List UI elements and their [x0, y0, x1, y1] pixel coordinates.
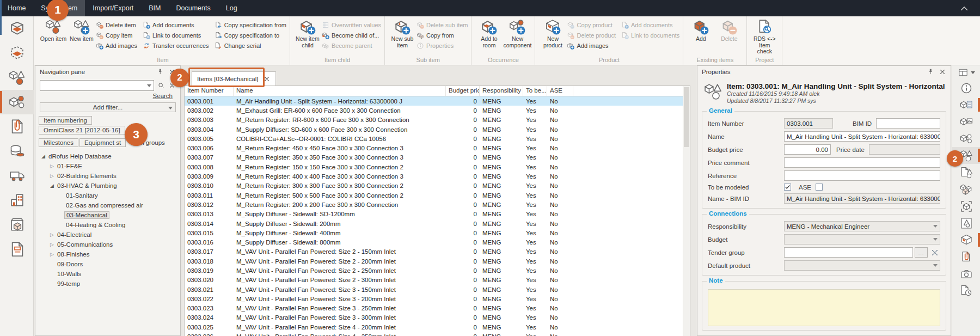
tree-node[interactable]: 03-Mechanical	[35, 210, 180, 220]
ribbon-small-button[interactable]: Copy product	[567, 20, 616, 30]
table-row[interactable]: 0303.022 M_VAV Unit - Parallel Fan Power…	[185, 294, 690, 303]
search-icon[interactable]	[157, 82, 165, 89]
to-be-modeled-checkbox[interactable]	[784, 184, 791, 191]
ribbon-small-button[interactable]: Copy from	[416, 30, 468, 40]
tree-node[interactable]: 04-Heating & Cooling	[35, 220, 180, 230]
panel-layout-button[interactable]	[952, 65, 980, 80]
tree-node[interactable]: 02-Gas and compressed air	[35, 200, 180, 210]
tree-expander-icon[interactable]	[48, 173, 56, 179]
column-header[interactable]: Item Number	[185, 86, 234, 96]
table-row[interactable]: 0303.018 M_VAV Unit - Parallel Fan Power…	[185, 256, 690, 266]
filter-tab[interactable]: Equipmnet st	[79, 138, 126, 147]
sidebar-module-button[interactable]	[0, 41, 34, 65]
menu-item[interactable]: Log	[218, 0, 245, 16]
name-bim-id-field[interactable]: M_Air Handling Unit - Split System - Hor…	[784, 193, 940, 204]
table-row[interactable]: 0303.001 M_Air Handling Unit - Split Sys…	[185, 96, 690, 106]
tree-node[interactable]: 08-Finishes	[35, 249, 180, 259]
table-row[interactable]: 0303.009 M_Return Register: 400 x 400 Fa…	[185, 172, 690, 181]
table-row[interactable]: 0303.019 M_VAV Unit - Parallel Fan Power…	[185, 266, 690, 275]
table-row[interactable]: 0303.023 M_VAV Unit - Parallel Fan Power…	[185, 304, 690, 313]
table-row[interactable]: 0303.008 M_Return Register: 150 x 150 Fa…	[185, 162, 690, 172]
table-row[interactable]: 0303.026 M_VAV Unit - Parallel Fan Power…	[185, 332, 690, 336]
search-link[interactable]: Search	[35, 93, 173, 99]
filter-tab[interactable]: Item numbering	[39, 116, 92, 125]
ribbon-big-button[interactable]: New item child	[293, 17, 322, 50]
menu-item[interactable]: Documents	[169, 0, 218, 16]
filter-tab[interactable]: OmniClass 21 [2012-05-16]	[39, 126, 125, 135]
tree-expander-icon[interactable]	[40, 154, 47, 159]
tree-node[interactable]: 10-Walls	[35, 269, 180, 279]
column-header[interactable]: Responsibility	[480, 86, 523, 96]
items-document-tab[interactable]: Items [03-Mechanical]	[192, 71, 276, 85]
ribbon-big-button[interactable]: Add	[687, 17, 715, 44]
table-scrollbar[interactable]	[683, 86, 690, 336]
ribbon-small-button[interactable]: Link to documents	[621, 30, 679, 40]
tree-node[interactable]: 03-HVAC & Plumbing	[35, 181, 180, 191]
menu-item[interactable]: BIM	[141, 0, 168, 16]
ribbon-small-button[interactable]: Transfer occurrences	[143, 40, 209, 51]
panel-strip-button[interactable]	[952, 248, 980, 265]
tree-expander-icon[interactable]	[48, 242, 56, 247]
column-header[interactable]: ASE	[547, 86, 573, 96]
reference-field[interactable]	[784, 170, 940, 181]
sidebar-module-button[interactable]	[0, 65, 34, 90]
pin-icon[interactable]	[156, 68, 164, 76]
tree-node[interactable]: 01-Sanitary	[35, 191, 180, 200]
add-filter-button[interactable]: Add filter...	[40, 102, 176, 112]
ribbon-small-button[interactable]: Become parent	[322, 40, 381, 51]
table-row[interactable]: 0303.006 M_Return Register: 450 x 450 Fa…	[185, 143, 690, 152]
ribbon-small-button[interactable]: Add images	[96, 40, 137, 51]
panel-strip-button[interactable]	[952, 113, 980, 130]
ribbon-big-button[interactable]: Open item	[39, 17, 68, 44]
sidebar-module-button[interactable]	[0, 139, 34, 163]
table-row[interactable]: 0303.015 M_Supply Diffuser - Sidewall: 4…	[185, 228, 690, 237]
ribbon-small-button[interactable]: Delete item	[96, 20, 137, 30]
sidebar-module-button[interactable]	[0, 188, 34, 212]
ribbon-big-button[interactable]: Add to room	[475, 17, 503, 50]
table-row[interactable]: 0303.014 M_Supply Diffuser - Sidewall: 2…	[185, 219, 690, 228]
scrollbar-thumb[interactable]	[684, 87, 689, 147]
table-row[interactable]: 0303.003 M_Return Register: RR-600 x 600…	[185, 115, 690, 125]
budget-price-field[interactable]: 0.00	[784, 144, 831, 155]
panel-strip-button[interactable]	[952, 80, 980, 96]
tree-node[interactable]: 01-FF&E	[35, 161, 180, 171]
table-row[interactable]: 0303.021 M_VAV Unit - Parallel Fan Power…	[185, 285, 690, 294]
table-row[interactable]: 0303.004 M_Supply Diffuser: SD-600 x 600…	[185, 125, 690, 134]
item-number-field[interactable]: 0303.001	[784, 118, 833, 129]
sidebar-module-button[interactable]	[0, 16, 34, 41]
panel-strip-button[interactable]	[952, 265, 980, 282]
tender-group-field[interactable]	[784, 247, 913, 258]
panel-strip-button[interactable]	[952, 96, 980, 113]
ribbon-small-button[interactable]: Add documents	[621, 20, 679, 30]
ribbon-small-button[interactable]: Copy specification to	[215, 30, 286, 40]
tender-browse-button[interactable]: ...	[915, 247, 928, 258]
price-date-field[interactable]	[869, 144, 940, 155]
ribbon-small-button[interactable]: Add images	[567, 40, 616, 51]
panel-strip-button[interactable]	[952, 215, 980, 231]
ribbon-small-button[interactable]: Properties	[416, 40, 468, 51]
collapse-ribbon-icon[interactable]	[959, 4, 969, 13]
ribbon-small-button[interactable]: Become child of...	[322, 30, 381, 40]
ribbon-small-button[interactable]: Copy specification from	[215, 20, 286, 30]
ase-checkbox[interactable]	[816, 184, 823, 191]
column-header[interactable]: Budget price	[446, 86, 480, 96]
table-row[interactable]: 0303.002 M_Exhaust Grill: ER-600 x 600 F…	[185, 106, 690, 115]
ribbon-small-button[interactable]: Delete product	[567, 30, 616, 40]
ribbon-big-button[interactable]: Delete	[715, 17, 743, 44]
tree-node[interactable]: dRofus Help Database	[35, 151, 180, 161]
column-header[interactable]: Name	[234, 86, 446, 96]
panel-strip-button[interactable]	[952, 181, 980, 198]
ribbon-small-button[interactable]: Overwritten values	[322, 20, 381, 30]
table-row[interactable]: 0303.012 M_Return Register: 200 x 200 Fa…	[185, 200, 690, 209]
ribbon-big-button[interactable]: New sub item	[388, 17, 416, 50]
tree-expander-icon[interactable]	[48, 232, 56, 237]
column-header[interactable]: To be...	[523, 86, 547, 96]
close-tab-icon[interactable]	[263, 75, 271, 83]
default-product-dropdown[interactable]	[784, 260, 940, 271]
chevron-down-icon[interactable]	[147, 84, 151, 87]
sidebar-module-button[interactable]	[0, 212, 34, 237]
sidebar-module-button[interactable]	[0, 114, 34, 139]
ribbon-small-button[interactable]: Copy item	[96, 30, 137, 40]
table-row[interactable]: 0303.005 COLIBRI-CCa+ALSc--OR-0001: COLI…	[185, 134, 690, 143]
ribbon-big-button[interactable]: New component	[503, 17, 531, 50]
